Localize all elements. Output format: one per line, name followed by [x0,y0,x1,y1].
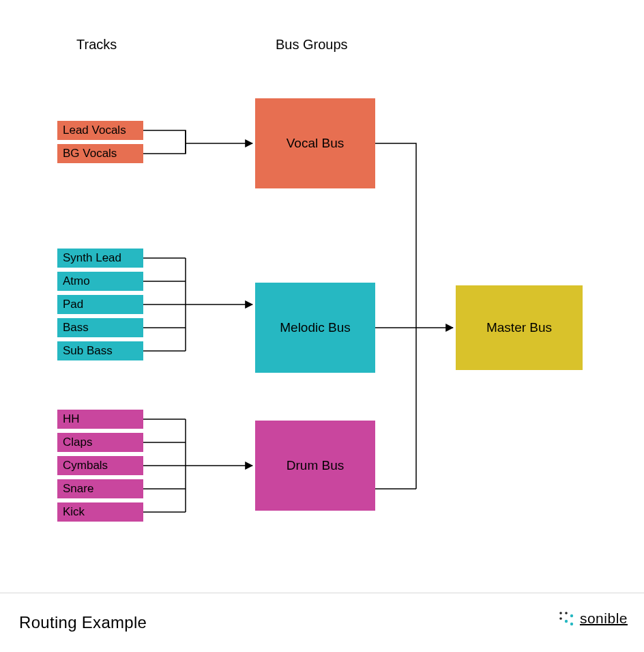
track-bass: Bass [57,318,143,337]
column-header-busgroups: Bus Groups [276,37,348,53]
column-header-tracks: Tracks [76,37,117,53]
track-bg-vocals: BG Vocals [57,144,143,163]
bus-melodic: Melodic Bus [255,283,375,373]
svg-point-10 [559,617,562,620]
track-synth-lead: Synth Lead [57,249,143,268]
svg-point-13 [570,623,573,625]
svg-point-11 [570,614,573,617]
diagram-title: Routing Example [19,613,147,632]
svg-point-9 [565,612,568,614]
track-pad: Pad [57,295,143,314]
track-cymbals: Cymbals [57,456,143,475]
track-kick: Kick [57,502,143,522]
bus-master: Master Bus [456,285,583,370]
track-hh: HH [57,410,143,429]
track-sub-bass: Sub Bass [57,341,143,360]
footer-divider [0,593,644,593]
track-snare: Snare [57,479,143,498]
track-claps: Claps [57,433,143,452]
track-atmo: Atmo [57,272,143,291]
bus-vocal: Vocal Bus [255,98,375,188]
svg-point-8 [559,612,562,614]
track-lead-vocals: Lead Vocals [57,121,143,140]
bus-drum: Drum Bus [255,421,375,511]
brand-logo: sonible [557,609,628,628]
diagram-canvas: Tracks Bus Groups Lead Vocals BG Vocals … [0,0,644,652]
brand-dots-icon [557,609,576,628]
brand-name: sonible [580,610,628,627]
svg-point-12 [565,620,568,623]
